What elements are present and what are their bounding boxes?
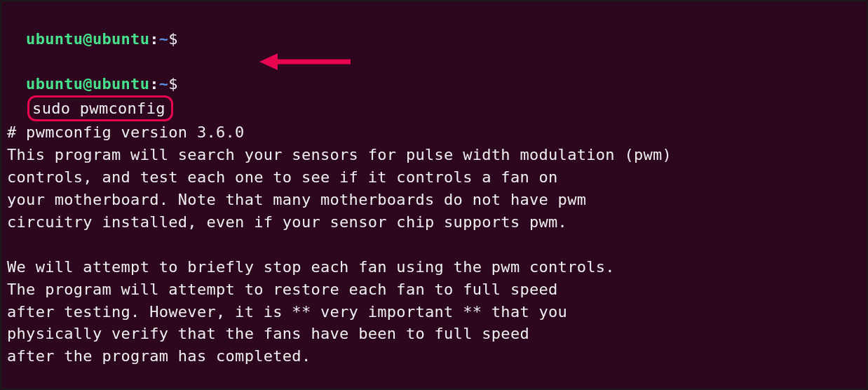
- svg-marker-1: [259, 53, 278, 70]
- prompt-user: ubuntu@ubuntu: [26, 30, 149, 48]
- prompt-dollar: $: [168, 30, 178, 48]
- prompt-path: ~: [159, 30, 169, 48]
- command-text: sudo pwmconfig: [32, 100, 165, 117]
- prompt-line-command: ubuntu@ubuntu:~$ sudo pwmconfig: [7, 51, 861, 122]
- output-text: your motherboard. Note that many motherb…: [7, 189, 861, 211]
- annotation-arrow-icon: [259, 52, 351, 72]
- output-text: after the program has completed.: [7, 345, 861, 368]
- prompt-path: ~: [159, 75, 169, 93]
- output-text: This program will search your sensors fo…: [7, 144, 861, 166]
- output-text: physically verify that the fans have bee…: [7, 323, 861, 345]
- prompt-colon: :: [149, 75, 159, 93]
- output-text: The program will attempt to restore each…: [7, 278, 861, 301]
- highlighted-command-box: sudo pwmconfig: [27, 95, 173, 122]
- output-text: circuitry installed, even if your sensor…: [7, 211, 861, 234]
- prompt-line-empty: ubuntu@ubuntu:~$: [7, 6, 861, 51]
- prompt-user: ubuntu@ubuntu: [26, 75, 149, 93]
- prompt-colon: :: [149, 30, 159, 48]
- output-text: controls, and test each one to see if it…: [7, 166, 861, 189]
- prompt-dollar: $: [168, 75, 178, 93]
- output-blank: [7, 234, 861, 256]
- output-blank: [7, 368, 861, 390]
- output-text: after testing. However, it is ** very im…: [7, 301, 861, 323]
- output-version: # pwmconfig version 3.6.0: [7, 121, 861, 144]
- output-text: We will attempt to briefly stop each fan…: [7, 256, 861, 278]
